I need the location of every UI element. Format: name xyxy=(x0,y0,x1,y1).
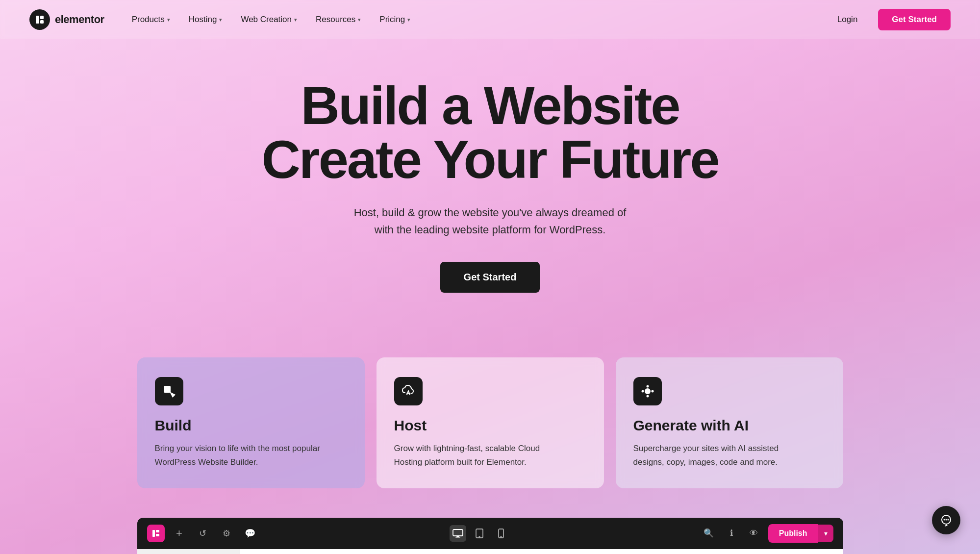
feature-cards: Build Bring your vision to life with the… xyxy=(108,357,873,488)
svg-point-9 xyxy=(651,390,653,393)
svg-marker-4 xyxy=(170,392,176,398)
svg-point-6 xyxy=(646,385,649,388)
editor-bar-left: + ↺ ⚙ 💬 xyxy=(147,525,259,542)
editor-bar-right: 🔍 ℹ 👁 Publish ▾ xyxy=(701,524,833,543)
svg-point-23 xyxy=(948,519,949,521)
hero-subtitle: Host, build & grow the website you've al… xyxy=(343,204,637,238)
get-started-nav-button[interactable]: Get Started xyxy=(878,9,951,30)
chevron-down-icon: ▾ xyxy=(294,17,297,23)
editor-container: + ↺ ⚙ 💬 xyxy=(108,518,873,554)
nav-link-pricing[interactable]: Pricing ▾ xyxy=(372,11,418,28)
mobile-device-btn[interactable] xyxy=(493,525,509,542)
svg-rect-13 xyxy=(453,529,463,536)
svg-point-8 xyxy=(641,390,644,393)
elementor-e-icon[interactable] xyxy=(147,525,165,542)
feature-card-generate: Generate with AI Supercharge your sites … xyxy=(616,357,843,488)
nav-item-products[interactable]: Products ▾ xyxy=(124,11,178,28)
info-editor-icon[interactable]: ℹ xyxy=(723,525,740,542)
feature-card-build: Build Bring your vision to life with the… xyxy=(137,357,365,488)
generate-card-title: Generate with AI xyxy=(633,417,826,434)
editor-bar: + ↺ ⚙ 💬 xyxy=(137,518,843,549)
svg-rect-12 xyxy=(156,534,159,536)
editor-bar-center xyxy=(450,525,509,542)
publish-button[interactable]: Publish xyxy=(768,524,818,543)
logo[interactable]: elementor xyxy=(29,9,104,30)
eye-editor-icon[interactable]: 👁 xyxy=(746,525,762,542)
svg-rect-11 xyxy=(156,530,159,532)
svg-point-19 xyxy=(501,536,502,537)
svg-rect-15 xyxy=(455,537,460,538)
desktop-device-btn[interactable] xyxy=(450,525,466,542)
hero-title-line1: Build a Website xyxy=(301,75,679,135)
nav-link-products[interactable]: Products ▾ xyxy=(124,11,178,28)
hero-title: Build a Website Create Your Future xyxy=(29,78,951,186)
nav-link-hosting[interactable]: Hosting ▾ xyxy=(181,11,230,28)
settings-icon[interactable]: ⚙ xyxy=(218,525,235,542)
host-card-desc: Grow with lightning-fast, scalable Cloud… xyxy=(394,442,561,468)
ai-icon xyxy=(633,377,662,405)
chevron-down-icon: ▾ xyxy=(167,17,170,23)
logo-icon xyxy=(29,9,50,30)
navbar-left: elementor Products ▾ Hosting ▾ Web Creat… xyxy=(29,9,418,30)
nav-item-resources[interactable]: Resources ▾ xyxy=(308,11,369,28)
svg-rect-2 xyxy=(40,20,44,24)
build-icon xyxy=(155,377,183,405)
generate-card-desc: Supercharge your sites with AI assisted … xyxy=(633,442,800,468)
build-card-desc: Bring your vision to life with the most … xyxy=(155,442,322,468)
host-card-title: Host xyxy=(394,417,586,434)
hero-title-line2: Create Your Future xyxy=(261,129,718,189)
svg-point-17 xyxy=(479,536,480,537)
login-button[interactable]: Login xyxy=(827,10,869,29)
svg-rect-0 xyxy=(36,16,39,24)
svg-point-5 xyxy=(645,388,651,394)
svg-point-7 xyxy=(646,395,649,398)
svg-rect-1 xyxy=(40,16,44,19)
logo-text: elementor xyxy=(55,13,104,26)
svg-point-22 xyxy=(946,519,947,521)
svg-rect-10 xyxy=(152,530,155,537)
nav-item-pricing[interactable]: Pricing ▾ xyxy=(372,11,418,28)
publish-button-group: Publish ▾ xyxy=(768,524,833,543)
svg-rect-14 xyxy=(456,536,459,537)
build-card-title: Build xyxy=(155,417,347,434)
history-icon[interactable]: ↺ xyxy=(194,525,212,542)
add-icon[interactable]: + xyxy=(171,525,188,542)
nav-link-resources[interactable]: Resources ▾ xyxy=(308,11,369,28)
chat-icon[interactable]: 💬 xyxy=(241,525,259,542)
publish-dropdown-button[interactable]: ▾ xyxy=(818,525,833,542)
nav-item-hosting[interactable]: Hosting ▾ xyxy=(181,11,230,28)
editor-preview-area: Elements HUS SHOP INFO ABOUT 🔍 🛒 xyxy=(137,549,843,554)
feature-card-host: Host Grow with lightning-fast, scalable … xyxy=(377,357,604,488)
chevron-down-icon: ▾ xyxy=(358,17,361,23)
navbar-right: Login Get Started xyxy=(827,9,951,30)
tablet-device-btn[interactable] xyxy=(471,525,488,542)
hero-section: Build a Website Create Your Future Host,… xyxy=(0,39,980,357)
nav-menu: Products ▾ Hosting ▾ Web Creation ▾ Reso… xyxy=(124,11,419,28)
chat-button[interactable] xyxy=(932,506,960,534)
hero-cta-button[interactable]: Get Started xyxy=(440,262,540,293)
nav-link-web-creation[interactable]: Web Creation ▾ xyxy=(233,11,305,28)
svg-point-21 xyxy=(944,519,945,521)
navbar: elementor Products ▾ Hosting ▾ Web Creat… xyxy=(0,0,980,39)
chevron-down-icon: ▾ xyxy=(219,17,222,23)
search-editor-icon[interactable]: 🔍 xyxy=(701,525,717,542)
host-icon xyxy=(394,377,423,405)
svg-rect-3 xyxy=(164,386,171,393)
elements-sidebar: Elements xyxy=(137,549,240,554)
nav-item-web-creation[interactable]: Web Creation ▾ xyxy=(233,11,305,28)
chevron-down-icon: ▾ xyxy=(407,17,410,23)
preview-bar: HUS SHOP INFO ABOUT 🔍 🛒 xyxy=(240,549,843,554)
